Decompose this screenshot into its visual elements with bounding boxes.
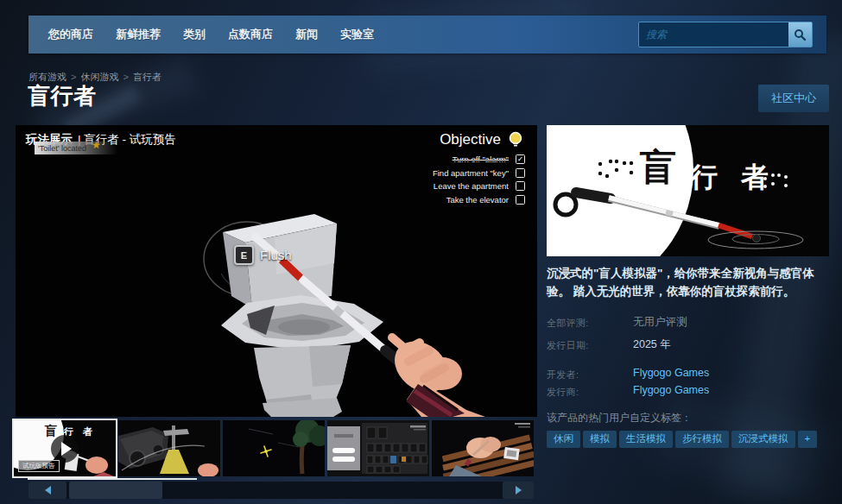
play-icon xyxy=(51,435,79,463)
search-input[interactable] xyxy=(639,22,788,47)
capsule-title-right: 行 者 xyxy=(690,163,776,191)
thumbnail-screenshot-4[interactable] xyxy=(432,420,534,476)
objective-panel: Objective Turn off "alarm"✓Find apartmen… xyxy=(433,130,525,205)
task-checkbox: ✓ xyxy=(516,154,525,164)
tag-chip[interactable]: 生活模拟 xyxy=(619,431,673,448)
chevron-left-icon xyxy=(45,486,51,495)
tag-chip[interactable]: 休闲 xyxy=(547,431,580,448)
search-icon xyxy=(794,28,807,41)
thumbnail-screenshot-2-art xyxy=(223,420,325,476)
nav-item[interactable]: 新闻 xyxy=(295,27,318,42)
game-description: 沉浸式的"盲人模拟器"，给你带来全新视角与感官体验。 踏入无光的世界，依靠你的盲… xyxy=(547,265,829,301)
game-notification: 'Toilet' located ★ xyxy=(35,142,121,154)
tag-chip[interactable]: 沉浸式模拟 xyxy=(731,431,795,448)
tag-chip[interactable]: 模拟 xyxy=(583,431,617,448)
objective-task: Leave the apartment xyxy=(433,181,525,191)
capsule-title-left: 盲 xyxy=(640,149,676,186)
key-icon: E xyxy=(234,245,254,265)
meta-value-link[interactable]: Flygogo Games xyxy=(633,384,709,399)
meta-label: 开发者: xyxy=(547,367,633,381)
task-checkbox xyxy=(516,168,525,178)
meta-row: 发行日期:2025 年 xyxy=(547,337,829,352)
meta-label: 发行商: xyxy=(547,384,633,399)
search-button[interactable] xyxy=(788,22,812,47)
scroll-left-button[interactable] xyxy=(28,482,66,499)
objective-task-label: Turn off "alarm" xyxy=(453,154,509,164)
task-checkbox xyxy=(516,195,525,205)
thumbnail-screenshot-2[interactable] xyxy=(223,420,325,476)
page-title: 盲行者 xyxy=(28,81,97,111)
notification-text: 'Toilet' located xyxy=(38,144,86,153)
tag-chip[interactable]: + xyxy=(798,431,818,448)
objective-title: Objective xyxy=(440,131,501,148)
store-nav-bar: 您的商店新鲜推荐类别点数商店新闻实验室 xyxy=(28,16,826,54)
tag-list: 休闲模拟生活模拟步行模拟沉浸式模拟+ xyxy=(547,431,829,448)
community-hub-button[interactable]: 社区中心 xyxy=(758,85,829,112)
strip-position-indicator xyxy=(28,478,197,480)
objective-task-label: Take the elevator xyxy=(446,195,509,205)
thumbnail-screenshot-1[interactable] xyxy=(118,420,220,476)
nav-item[interactable]: 实验室 xyxy=(340,27,374,42)
tags-label: 该产品的热门用户自定义标签： xyxy=(547,411,829,425)
objective-task: Turn off "alarm"✓ xyxy=(433,154,525,164)
meta-label: 发行日期: xyxy=(547,337,633,352)
meta-label: 全部评测: xyxy=(547,315,633,330)
nav-item[interactable]: 点数商店 xyxy=(228,27,273,42)
media-thumbnail-strip: 盲 行 者 试玩版预告 xyxy=(14,420,534,476)
video-player[interactable]: 玩法展示| 盲行者 - 试玩预告 'Toilet' located ★ Obje… xyxy=(16,125,537,417)
thumbnail-screenshot-4-art xyxy=(432,420,534,476)
nav-item[interactable]: 新鲜推荐 xyxy=(116,27,161,42)
scrollbar-thumb[interactable] xyxy=(69,482,162,499)
scroll-right-button[interactable] xyxy=(503,482,534,499)
objective-task: Find apartment "key" xyxy=(433,168,525,178)
search-box xyxy=(638,22,813,47)
capsule-art xyxy=(547,125,829,256)
interaction-prompt: E Flush xyxy=(234,245,292,265)
meta-row: 发行商:Flygogo Games xyxy=(547,384,829,399)
objective-list: Turn off "alarm"✓Find apartment "key"Lea… xyxy=(433,154,525,205)
thumbnail-screenshot-3[interactable] xyxy=(327,420,429,476)
thumbnail-screenshot-1-art xyxy=(118,420,220,476)
trailer-badge: 试玩版预告 xyxy=(18,460,60,472)
objective-bulb-icon xyxy=(507,130,525,148)
nav-item[interactable]: 您的商店 xyxy=(48,27,93,42)
game-info-sidebar: 盲 行 者 沉浸式的"盲人模拟器"，给你带来全新视角与感官体验。 踏入无光的世界… xyxy=(547,125,829,448)
objective-task-label: Find apartment "key" xyxy=(433,168,509,178)
objective-header: Objective xyxy=(433,130,525,148)
thumbnail-trailer[interactable]: 盲 行 者 试玩版预告 xyxy=(14,420,116,476)
game-capsule-image: 盲 行 者 xyxy=(547,125,829,256)
media-scrollbar[interactable] xyxy=(28,482,534,499)
nav-menu: 您的商店新鲜推荐类别点数商店新闻实验室 xyxy=(37,27,385,42)
meta-value-link[interactable]: Flygogo Games xyxy=(633,367,709,381)
meta-row: 全部评测:无用户评测 xyxy=(547,315,829,330)
thumbnail-screenshot-3-art xyxy=(327,420,429,476)
meta-value: 2025 年 xyxy=(633,337,671,352)
meta-value: 无用户评测 xyxy=(633,315,687,330)
nav-item[interactable]: 类别 xyxy=(183,27,206,42)
tag-chip[interactable]: 步行模拟 xyxy=(675,431,729,448)
chevron-right-icon xyxy=(516,486,522,495)
objective-task-label: Leave the apartment xyxy=(434,181,509,191)
title-row: 盲行者 社区中心 xyxy=(28,81,829,112)
interaction-label: Flush xyxy=(260,248,292,262)
meta-row: 开发者:Flygogo Games xyxy=(547,367,829,381)
objective-task: Take the elevator xyxy=(433,195,525,205)
gold-star-icon: ★ xyxy=(92,139,101,151)
task-checkbox xyxy=(516,181,525,191)
game-meta: 全部评测:无用户评测发行日期:2025 年开发者:Flygogo Games发行… xyxy=(547,315,829,399)
